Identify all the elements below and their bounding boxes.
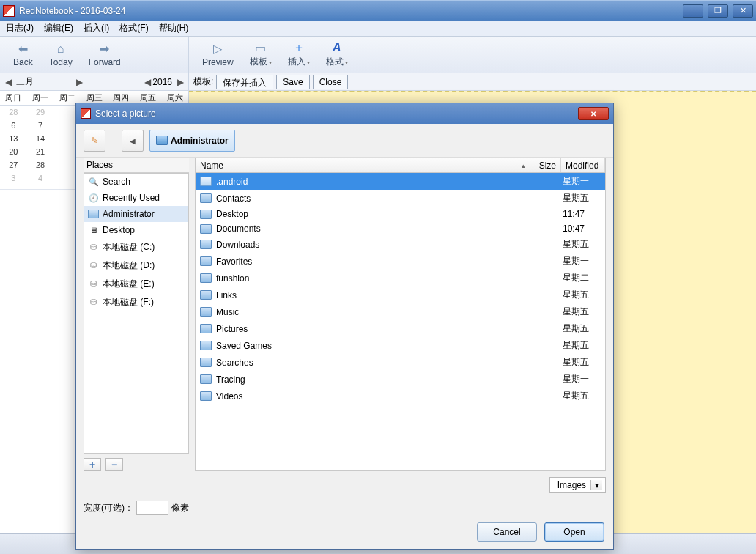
maximize-button[interactable]: ❐ [708, 4, 728, 18]
place-item[interactable]: 本地磁盘 (F:) [84, 293, 188, 311]
year-label: 2016 [152, 77, 175, 87]
places-remove-button[interactable]: − [105, 458, 123, 471]
template-button[interactable]: ▭模板 [250, 41, 272, 68]
places-header: Places [84, 158, 189, 173]
file-row[interactable]: funshion星期二 [196, 270, 605, 287]
file-row[interactable]: .android星期一 [196, 173, 605, 190]
minimize-button[interactable]: — [683, 4, 703, 18]
folder-icon [200, 210, 212, 219]
file-name: Videos [216, 391, 529, 402]
file-name: Pictures [216, 324, 529, 334]
place-item[interactable]: 本地磁盘 (E:) [84, 275, 188, 293]
dialog-title: Select a picture [95, 108, 578, 119]
file-name: Downloads [216, 240, 529, 250]
place-item[interactable]: Search [84, 174, 188, 190]
file-name: Saved Games [216, 341, 529, 351]
file-modified: 星期一 [560, 373, 601, 385]
file-row[interactable]: Tracing星期一 [196, 371, 605, 388]
year-prev[interactable]: ◀ [142, 77, 152, 87]
back-button[interactable]: ⬅Back [13, 43, 33, 67]
toolbar: ⬅Back ⌂Today ➡Forward ▷Preview ▭模板 ＋插入 A… [0, 37, 756, 73]
dialog-close-button[interactable] [578, 107, 609, 120]
file-name: Music [216, 307, 529, 317]
search-icon [88, 177, 99, 187]
file-row[interactable]: Favorites星期一 [196, 253, 605, 270]
dialog-app-icon [81, 108, 91, 119]
back-arrow-icon: ⬅ [15, 43, 30, 56]
file-row[interactable]: Music星期五 [196, 303, 605, 320]
folder-icon [200, 193, 212, 203]
open-button[interactable]: Open [544, 522, 604, 542]
folder-icon [200, 256, 212, 266]
file-row[interactable]: Contacts星期五 [196, 190, 605, 207]
preview-button[interactable]: ▷Preview [202, 43, 234, 67]
month-next[interactable]: ▶ [74, 77, 84, 87]
folder-icon [200, 374, 212, 384]
file-list-header[interactable]: Name▴ Size Modified [195, 158, 606, 172]
file-name: Tracing [216, 374, 529, 385]
format-button[interactable]: A格式 [326, 41, 348, 68]
folder-icon [200, 224, 212, 234]
close-template-button[interactable]: Close [313, 75, 349, 89]
insert-button[interactable]: ＋插入 [288, 41, 310, 68]
width-unit: 像素 [171, 502, 189, 514]
app-icon [3, 5, 15, 17]
menu-help[interactable]: 帮助(H) [159, 22, 189, 34]
file-row[interactable]: Searches星期五 [196, 354, 605, 371]
sort-asc-icon: ▴ [522, 162, 525, 169]
place-item[interactable]: Recently Used [84, 190, 188, 206]
col-modified: Modified [561, 158, 605, 172]
drive-icon [88, 298, 99, 308]
back-icon [130, 136, 136, 146]
place-label: 本地磁盘 (F:) [103, 296, 154, 309]
file-modified: 星期五 [560, 339, 601, 352]
save-button[interactable]: Save [276, 75, 309, 89]
month-label: 三月 [13, 75, 74, 88]
menu-journal[interactable]: 日志(J) [6, 22, 34, 34]
place-item[interactable]: Administrator [84, 206, 188, 222]
desktop-icon [88, 225, 99, 235]
save-insert-button[interactable]: 保存并插入 [216, 75, 273, 89]
file-list[interactable]: .android星期一Contacts星期五Desktop11:47Docume… [195, 172, 606, 471]
dropdown-icon: ▾ [590, 480, 602, 490]
file-row[interactable]: Pictures星期五 [196, 320, 605, 337]
place-label: Administrator [103, 209, 155, 219]
window-title: RedNotebook - 2016-03-24 [19, 6, 683, 16]
file-type-filter[interactable]: Images ▾ [549, 477, 606, 493]
path-back-button[interactable] [122, 130, 144, 152]
forward-button[interactable]: ➡Forward [89, 43, 121, 67]
close-button[interactable]: ✕ [733, 4, 753, 18]
place-item[interactable]: Desktop [84, 222, 188, 238]
folder-icon [200, 307, 212, 317]
file-row[interactable]: Links星期五 [196, 287, 605, 303]
folder-icon [200, 358, 212, 367]
file-row[interactable]: Documents10:47 [196, 221, 605, 236]
file-row[interactable]: Videos星期五 [196, 388, 605, 405]
edit-path-button[interactable] [84, 130, 105, 152]
home-icon: ⌂ [53, 43, 68, 56]
file-name: Documents [216, 224, 529, 234]
file-row[interactable]: Desktop11:47 [196, 207, 605, 221]
today-button[interactable]: ⌂Today [49, 43, 73, 67]
width-input[interactable] [136, 501, 168, 515]
place-label: 本地磁盘 (E:) [103, 278, 155, 290]
drive-icon [88, 279, 99, 289]
file-row[interactable]: Downloads星期五 [196, 236, 605, 253]
file-modified: 星期一 [560, 255, 601, 267]
menu-edit[interactable]: 编辑(E) [44, 22, 73, 34]
month-prev[interactable]: ◀ [3, 77, 13, 87]
menu-format[interactable]: 格式(F) [119, 22, 148, 34]
col-name: Name▴ [196, 158, 530, 172]
place-item[interactable]: 本地磁盘 (C:) [84, 238, 188, 256]
cancel-button[interactable]: Cancel [477, 522, 537, 542]
plus-icon: ＋ [292, 41, 306, 54]
places-add-button[interactable]: + [84, 458, 101, 471]
menu-insert[interactable]: 插入(I) [84, 22, 109, 34]
place-item[interactable]: 本地磁盘 (D:) [84, 256, 188, 275]
file-list-pane: Name▴ Size Modified .android星期一Contacts星… [195, 158, 606, 471]
file-row[interactable]: Saved Games星期五 [196, 337, 605, 354]
pencil-icon [91, 136, 98, 146]
place-label: Search [103, 177, 130, 187]
year-next[interactable]: ▶ [175, 77, 185, 87]
path-current[interactable]: Administrator [149, 130, 235, 152]
